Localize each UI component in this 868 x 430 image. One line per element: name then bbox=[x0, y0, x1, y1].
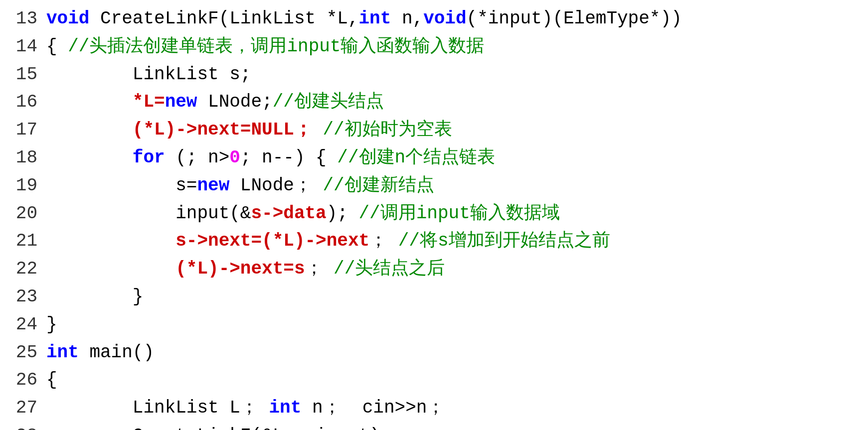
token-normal: CreateLinkF(LinkList *L, bbox=[89, 8, 358, 29]
token-normal: } bbox=[46, 314, 57, 335]
token-ref-red: *L= bbox=[133, 92, 165, 112]
code-content: { bbox=[46, 366, 57, 394]
line-number: 25 bbox=[5, 339, 37, 367]
token-normal: CreateLinkF(&L,n,input); bbox=[46, 426, 391, 430]
token-normal: ; n--) { bbox=[240, 147, 337, 168]
token-normal: input(& bbox=[46, 203, 251, 224]
code-content: for (; n>0; n--) { //创建n个结点链表 bbox=[46, 144, 495, 172]
code-content: int main() bbox=[46, 339, 154, 367]
code-line: 23 } bbox=[0, 283, 868, 311]
token-normal: main() bbox=[79, 342, 154, 363]
code-line: 16 *L=new LNode;//创建头结点 bbox=[0, 88, 868, 116]
code-line: 19 s=new LNode； //创建新结点 bbox=[0, 172, 868, 200]
token-ref-red: s->next=(*L)->next bbox=[175, 231, 369, 251]
token-kw-int: int bbox=[46, 342, 79, 363]
code-content: (*L)->next=NULL； //初始时为空表 bbox=[46, 116, 452, 144]
token-kw-new: new bbox=[197, 175, 229, 196]
token-normal: LNode； bbox=[229, 175, 312, 196]
code-line: 25int main() bbox=[0, 339, 868, 367]
code-content: s=new LNode； //创建新结点 bbox=[46, 172, 434, 200]
token-comment: //初始时为空表 bbox=[312, 120, 452, 140]
code-container: 13void CreateLinkF(LinkList *L,int n,voi… bbox=[0, 5, 868, 430]
token-normal: LinkList L； bbox=[46, 398, 258, 418]
code-content: CreateLinkF(&L,n,input); bbox=[46, 422, 391, 430]
code-content: input(&s->data); //调用input输入数据域 bbox=[46, 200, 560, 228]
code-content: (*L)->next=s； //头结点之后 bbox=[46, 255, 445, 283]
code-line: 24} bbox=[0, 311, 868, 339]
token-normal: LinkList s; bbox=[46, 64, 251, 85]
token-comment: //创建新结点 bbox=[312, 175, 434, 196]
token-normal: (*input)(ElemType*)) bbox=[467, 8, 682, 29]
code-line: 15 LinkList s; bbox=[0, 61, 868, 89]
token-kw-int: int bbox=[258, 398, 301, 418]
token-normal: { bbox=[46, 36, 68, 57]
line-number: 21 bbox=[5, 227, 37, 255]
token-comment: //创建n个结点链表 bbox=[337, 147, 495, 168]
code-line: 14{ //头插法创建单链表，调用input输入函数输入数据 bbox=[0, 33, 868, 61]
token-normal: { bbox=[46, 370, 57, 390]
code-content: LinkList L； int n； cin>>n； bbox=[46, 394, 445, 422]
code-line: 21 s->next=(*L)->next； //将s增加到开始结点之前 bbox=[0, 227, 868, 255]
line-number: 27 bbox=[5, 394, 37, 422]
line-number: 19 bbox=[5, 172, 37, 200]
line-number: 14 bbox=[5, 33, 37, 61]
token-kw-void: void bbox=[423, 8, 466, 29]
code-content: *L=new LNode;//创建头结点 bbox=[46, 88, 384, 116]
token-normal: } bbox=[46, 287, 143, 307]
token-normal: ； bbox=[369, 231, 387, 251]
line-number: 28 bbox=[5, 422, 37, 430]
token-normal: ); bbox=[327, 203, 359, 224]
code-content: } bbox=[46, 283, 143, 311]
code-content: { //头插法创建单链表，调用input输入函数输入数据 bbox=[46, 33, 484, 61]
code-line: 27 LinkList L； int n； cin>>n； bbox=[0, 394, 868, 422]
code-line: 18 for (; n>0; n--) { //创建n个结点链表 bbox=[0, 144, 868, 172]
code-line: 20 input(&s->data); //调用input输入数据域 bbox=[0, 200, 868, 228]
line-number: 23 bbox=[5, 283, 37, 311]
line-number: 26 bbox=[5, 366, 37, 394]
code-line: 26{ bbox=[0, 366, 868, 394]
token-kw-for: for bbox=[133, 147, 165, 168]
token-normal: LNode; bbox=[197, 92, 272, 112]
token-normal: ； bbox=[305, 259, 323, 279]
token-normal bbox=[46, 92, 133, 112]
code-line: 28 CreateLinkF(&L,n,input); bbox=[0, 422, 868, 430]
token-normal bbox=[46, 120, 133, 140]
line-number: 15 bbox=[5, 61, 37, 89]
token-normal: (; n> bbox=[165, 147, 230, 168]
token-kw-void: void bbox=[46, 8, 89, 29]
token-ref-red: (*L)->next=s bbox=[175, 259, 305, 279]
token-ref-red: (*L)->next=NULL； bbox=[133, 120, 312, 140]
line-number: 20 bbox=[5, 200, 37, 228]
token-comment: //将s增加到开始结点之前 bbox=[387, 231, 610, 251]
token-kw-int: int bbox=[359, 8, 391, 29]
token-num-magenta: 0 bbox=[229, 147, 240, 168]
token-comment: //创建头结点 bbox=[273, 92, 384, 112]
token-comment: //头插法创建单链表，调用input输入函数输入数据 bbox=[68, 36, 484, 57]
line-number: 24 bbox=[5, 311, 37, 339]
code-line: 17 (*L)->next=NULL； //初始时为空表 bbox=[0, 116, 868, 144]
token-normal bbox=[46, 147, 133, 168]
line-number: 22 bbox=[5, 255, 37, 283]
token-comment: //调用input输入数据域 bbox=[359, 203, 560, 224]
token-normal: n, bbox=[391, 8, 423, 29]
token-ref-red: s->data bbox=[251, 203, 326, 224]
token-normal bbox=[46, 259, 175, 279]
token-normal bbox=[46, 231, 175, 251]
code-content: s->next=(*L)->next； //将s增加到开始结点之前 bbox=[46, 227, 610, 255]
code-content: LinkList s; bbox=[46, 61, 251, 89]
line-number: 16 bbox=[5, 88, 37, 116]
code-content: void CreateLinkF(LinkList *L,int n,void(… bbox=[46, 5, 682, 33]
code-content: } bbox=[46, 311, 57, 339]
line-number: 17 bbox=[5, 116, 37, 144]
line-number: 13 bbox=[5, 5, 37, 33]
token-kw-new: new bbox=[165, 92, 197, 112]
code-line: 13void CreateLinkF(LinkList *L,int n,voi… bbox=[0, 5, 868, 33]
line-number: 18 bbox=[5, 144, 37, 172]
token-comment: //头结点之后 bbox=[323, 259, 445, 279]
token-normal: s= bbox=[46, 175, 197, 196]
code-line: 22 (*L)->next=s； //头结点之后 bbox=[0, 255, 868, 283]
token-normal: n； cin>>n； bbox=[301, 398, 445, 418]
